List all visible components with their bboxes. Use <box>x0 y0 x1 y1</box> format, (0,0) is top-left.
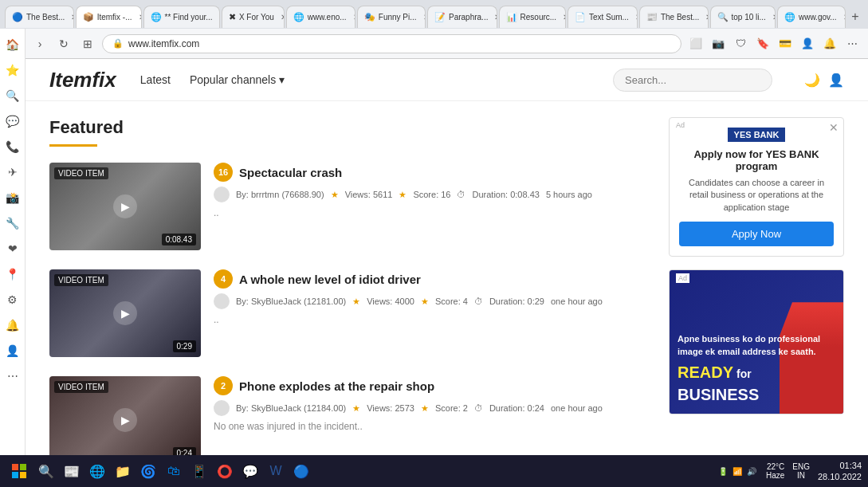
sidebar-phone-icon[interactable]: 📞 <box>3 137 22 156</box>
video-thumbnail-3[interactable]: VIDEO ITEM ▶ 0:24 <box>49 376 201 464</box>
login-icon[interactable]: 👤 <box>828 73 844 88</box>
video-title-2[interactable]: A whole new level of idiot driver <box>239 273 421 286</box>
taskbar-opera-icon[interactable]: ⭕ <box>214 460 236 482</box>
clock-icon-2: ⏱ <box>474 297 483 306</box>
site-logo[interactable]: Itemfix <box>49 67 116 92</box>
taskbar-word-icon[interactable]: W <box>265 460 287 482</box>
tab-thebest2[interactable]: 📰 The Best... ✕ <box>639 6 709 28</box>
tab-close[interactable]: ✕ <box>563 13 566 22</box>
author-name-2[interactable]: By: SkyBlueJack (12181.00) <box>236 297 346 306</box>
refresh-button[interactable]: ↻ <box>54 34 73 53</box>
tab-www1[interactable]: 🌐 www.eno... ✕ <box>286 6 355 28</box>
tab-findyour[interactable]: 🌐 ** Find your... ✕ <box>143 6 220 28</box>
site-nav: Latest Popular channels ▾ <box>140 73 285 86</box>
video-info-2: 4 A whole new level of idiot driver By: … <box>214 269 653 325</box>
score-text-1: Score: 16 <box>413 190 450 199</box>
sidebar-notifications-icon[interactable]: 🔔 <box>3 316 22 335</box>
ad-close-1[interactable]: ✕ <box>829 121 839 134</box>
play-button-2[interactable]: ▶ <box>113 301 137 325</box>
video-thumbnail-1[interactable]: VIDEO ITEM ▶ 0:08.43 <box>49 163 201 250</box>
tab-close[interactable]: ✕ <box>139 13 142 22</box>
search-input[interactable] <box>613 69 772 92</box>
author-avatar-3 <box>214 400 230 416</box>
video-thumbnail-2[interactable]: VIDEO ITEM ▶ 0:29 <box>49 269 201 357</box>
score-icon-1: ★ <box>399 190 407 200</box>
start-button[interactable] <box>6 458 32 484</box>
author-name-3[interactable]: By: SkyBlueJack (12184.00) <box>236 403 346 413</box>
taskbar-edge-icon[interactable]: 🌀 <box>137 460 159 482</box>
taskbar-files-icon[interactable]: 📁 <box>112 460 134 482</box>
tab-close[interactable]: ✕ <box>635 13 638 22</box>
tab-close[interactable]: ✕ <box>353 13 355 22</box>
ad-business-bg: Apne business ko do professional image e… <box>670 270 843 414</box>
tab-close[interactable]: ✕ <box>423 13 426 22</box>
sidebar-location-icon[interactable]: 📍 <box>3 265 22 284</box>
score-badge-3: 2 <box>214 376 233 395</box>
score-icon-3: ★ <box>421 403 429 414</box>
duration-text-3: Duration: 0:24 <box>489 403 544 413</box>
taskbar-store-icon[interactable]: 🛍 <box>163 460 185 482</box>
camera-button[interactable]: 📷 <box>709 34 728 53</box>
sidebar-favorites-icon[interactable]: ⭐ <box>3 61 22 80</box>
tab-x[interactable]: ✖ X For You ✕ <box>222 6 285 28</box>
sidebar-tools-icon[interactable]: 🔧 <box>3 214 22 233</box>
tab-funny[interactable]: 🎭 Funny Pi... ✕ <box>357 6 426 28</box>
sidebar-messenger-icon[interactable]: 💬 <box>3 112 22 131</box>
video-title-1[interactable]: Spectacular crash <box>239 166 342 179</box>
vpn-button[interactable]: 🛡 <box>731 34 750 53</box>
tab-textsum[interactable]: 📄 Text Sum... ✕ <box>568 6 638 28</box>
taskbar-whatsapp-icon[interactable]: 💬 <box>239 460 261 482</box>
tab-close[interactable]: ✕ <box>219 13 220 22</box>
account-button[interactable]: 👤 <box>798 34 817 53</box>
sidebar-settings-icon[interactable]: ⚙ <box>3 290 22 309</box>
video-desc-1: .. <box>214 207 653 218</box>
tab-resource[interactable]: 📊 Resourc... ✕ <box>499 6 566 28</box>
sidebar-instagram-icon[interactable]: 📸 <box>3 188 22 207</box>
tab-itemfix[interactable]: 📦 Itemfix -... ✕ <box>76 6 142 28</box>
taskbar-browser-icon[interactable]: 🌐 <box>86 460 108 482</box>
forward-button[interactable]: › <box>30 34 49 53</box>
taskbar-search-icon[interactable]: 🔍 <box>35 460 57 482</box>
taskbar-clock[interactable]: 01:34 28.10.2022 <box>818 460 862 483</box>
sidebar-likes-icon[interactable]: ❤ <box>3 239 22 258</box>
wallet-button[interactable]: 💳 <box>776 34 795 53</box>
video-title-3[interactable]: Phone explodes at the repair shop <box>239 379 434 393</box>
tab-favicon: 📦 <box>83 12 94 22</box>
play-button-1[interactable]: ▶ <box>113 194 137 218</box>
tab-favicon: 🌐 <box>293 12 304 22</box>
tab-close[interactable]: ✕ <box>772 13 776 22</box>
tab-paraphrase[interactable]: 📝 Paraphra... ✕ <box>427 6 497 28</box>
tab-close[interactable]: ✕ <box>705 13 708 22</box>
bookmark-button[interactable]: 🔖 <box>753 34 772 53</box>
nav-popular-channels[interactable]: Popular channels ▾ <box>190 73 285 86</box>
sidebar-search-icon[interactable]: 🔍 <box>3 86 22 105</box>
nav-actions: ⬜ 📷 🛡 🔖 💳 👤 🔔 ⋯ <box>686 34 862 53</box>
settings-button[interactable]: ⋯ <box>842 34 862 53</box>
tab-close[interactable]: ✕ <box>494 13 497 22</box>
tab-close[interactable]: ✕ <box>281 13 285 22</box>
extensions-button[interactable]: ⬜ <box>686 34 705 53</box>
tab-thebest[interactable]: 🔵 The Best... ✕ <box>5 6 74 28</box>
sidebar-more-icon[interactable]: ⋯ <box>3 367 22 386</box>
ad-apply-button[interactable]: Apply Now <box>679 222 834 246</box>
taskbar-widgets-icon[interactable]: 📰 <box>61 460 83 482</box>
sidebar-profile-icon[interactable]: 👤 <box>3 341 22 360</box>
sidebar-share-icon[interactable]: ✈ <box>3 163 22 182</box>
ad-business-word: BUSINESS <box>678 386 759 403</box>
score-text-2: Score: 4 <box>435 297 468 306</box>
taskbar-chrome-icon[interactable]: 🔵 <box>290 460 312 482</box>
play-button-3[interactable]: ▶ <box>113 408 137 432</box>
notifications-button[interactable]: 🔔 <box>820 34 839 53</box>
dark-mode-icon[interactable]: 🌙 <box>804 73 820 88</box>
sidebar-home-icon[interactable]: 🏠 <box>3 35 22 54</box>
tab-www2[interactable]: 🌐 www.gov... ✕ <box>777 6 846 28</box>
taskbar-phone-icon[interactable]: 📱 <box>188 460 210 482</box>
tab-close[interactable]: ✕ <box>71 13 73 22</box>
home-button[interactable]: ⊞ <box>78 34 97 53</box>
tab-close[interactable]: ✕ <box>843 13 846 22</box>
new-tab-button[interactable]: + <box>847 7 863 26</box>
author-name-1[interactable]: By: brrrtmn (76688.90) <box>236 190 324 199</box>
address-bar[interactable]: 🔒 www.itemfix.com <box>102 34 681 53</box>
tab-top10[interactable]: 🔍 top 10 li... ✕ <box>710 6 776 28</box>
nav-latest[interactable]: Latest <box>140 73 171 86</box>
